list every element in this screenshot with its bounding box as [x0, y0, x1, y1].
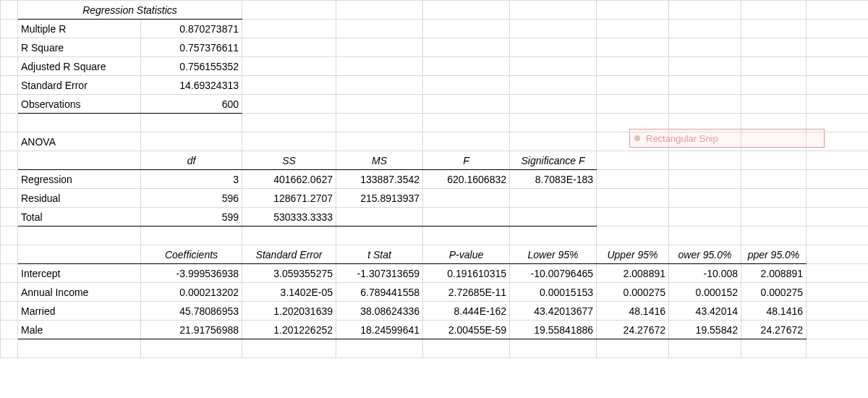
coef-cell: 0.191610315	[423, 264, 510, 283]
coef-header: ower 95.0%	[669, 245, 741, 264]
snip-overlay: Rectangular Snip	[629, 129, 825, 148]
coef-cell: 6.789441558	[336, 283, 423, 302]
coef-cell: 0.000152	[669, 283, 741, 302]
coef-cell: -10.00796465	[510, 264, 597, 283]
regstats-value: 0.870273871	[141, 20, 242, 38]
snip-label: Rectangular Snip	[646, 133, 718, 144]
anova-cell: 215.8913937	[336, 189, 423, 208]
coef-cell: 43.42014	[669, 302, 741, 321]
row-header[interactable]	[1, 283, 18, 302]
anova-cell: 3	[141, 170, 242, 189]
coef-row-label: Annual Income	[18, 283, 141, 302]
coef-cell: 3.059355275	[242, 264, 336, 283]
row-header[interactable]	[1, 245, 18, 264]
anova-cell: 401662.0627	[242, 170, 336, 189]
anova-row-label: Regression	[18, 170, 141, 189]
coef-header: Standard Error	[242, 245, 336, 264]
anova-header-f: F	[423, 151, 510, 170]
coef-cell: 2.008891	[597, 264, 669, 283]
row-header[interactable]	[1, 321, 18, 339]
row-header[interactable]	[1, 264, 18, 283]
coef-header: P-value	[423, 245, 510, 264]
anova-row-label: Residual	[18, 189, 141, 208]
regstats-value: 600	[141, 95, 242, 114]
anova-cell: 596	[141, 189, 242, 208]
regstats-label: Multiple R	[18, 20, 141, 38]
regstats-label: R Square	[18, 38, 141, 57]
regstats-label: Standard Error	[18, 76, 141, 95]
coef-cell: 18.24599641	[336, 321, 423, 339]
row-header[interactable]	[1, 132, 18, 151]
regstats-label: Observations	[18, 95, 141, 114]
regstats-value: 0.756155352	[141, 57, 242, 76]
coef-cell: 38.08624336	[336, 302, 423, 321]
coef-cell: 24.27672	[597, 321, 669, 339]
record-icon	[634, 135, 640, 141]
row-header[interactable]	[1, 208, 18, 226]
coef-row-label: Male	[18, 321, 141, 339]
coef-cell: 0.000275	[597, 283, 669, 302]
anova-header-df: df	[141, 151, 242, 170]
anova-cell: 620.1606832	[423, 170, 510, 189]
row-header[interactable]	[1, 151, 18, 170]
coef-cell: 1.201226252	[242, 321, 336, 339]
row-header[interactable]	[1, 170, 18, 189]
coef-row-label: Intercept	[18, 264, 141, 283]
anova-cell: 8.7083E-183	[510, 170, 597, 189]
anova-header-ss: SS	[242, 151, 336, 170]
row-header[interactable]	[1, 1, 18, 20]
coef-header: Lower 95%	[510, 245, 597, 264]
anova-title: ANOVA	[18, 132, 141, 151]
row-header[interactable]	[1, 189, 18, 208]
row-header[interactable]	[1, 339, 18, 358]
row-header[interactable]	[1, 38, 18, 57]
coef-cell: 2.72685E-11	[423, 283, 510, 302]
coef-header: pper 95.0%	[741, 245, 807, 264]
coef-cell: 45.78086953	[141, 302, 242, 321]
coef-header: t Stat	[336, 245, 423, 264]
row-header[interactable]	[1, 226, 18, 245]
coef-cell: 19.55841886	[510, 321, 597, 339]
coef-cell: 0.000275	[741, 283, 807, 302]
anova-cell: 599	[141, 208, 242, 226]
coef-cell: 2.008891	[741, 264, 807, 283]
anova-header-ms: MS	[336, 151, 423, 170]
regstats-value: 0.757376611	[141, 38, 242, 57]
coef-row-label: Married	[18, 302, 141, 321]
row-header[interactable]	[1, 95, 18, 114]
anova-cell: 133887.3542	[336, 170, 423, 189]
coef-cell: 24.27672	[741, 321, 807, 339]
regstats-value: 14.69324313	[141, 76, 242, 95]
coef-cell: 8.444E-162	[423, 302, 510, 321]
coef-cell: 3.1402E-05	[242, 283, 336, 302]
row-header[interactable]	[1, 302, 18, 321]
regstats-label: Adjusted R Square	[18, 57, 141, 76]
coef-cell: 43.42013677	[510, 302, 597, 321]
regstats-title: Regression Statistics	[18, 1, 242, 20]
coef-cell: 48.1416	[597, 302, 669, 321]
coef-cell: -10.008	[669, 264, 741, 283]
coef-cell: 19.55842	[669, 321, 741, 339]
coef-cell: 21.91756988	[141, 321, 242, 339]
coef-cell: 1.202031639	[242, 302, 336, 321]
spreadsheet-grid[interactable]: Regression Statistics Multiple R 0.87027…	[0, 0, 868, 358]
anova-cell: 530333.3333	[242, 208, 336, 226]
coef-cell: -1.307313659	[336, 264, 423, 283]
anova-header-sigf: Significance F	[510, 151, 597, 170]
row-header[interactable]	[1, 57, 18, 76]
coef-cell: 0.000213202	[141, 283, 242, 302]
anova-row-label: Total	[18, 208, 141, 226]
anova-cell: 128671.2707	[242, 189, 336, 208]
coef-cell: 2.00455E-59	[423, 321, 510, 339]
row-header[interactable]	[1, 114, 18, 132]
coef-header: Coefficients	[141, 245, 242, 264]
coef-header: Upper 95%	[597, 245, 669, 264]
row-header[interactable]	[1, 20, 18, 38]
coef-cell: -3.999536938	[141, 264, 242, 283]
coef-cell: 48.1416	[741, 302, 807, 321]
row-header[interactable]	[1, 76, 18, 95]
coef-cell: 0.00015153	[510, 283, 597, 302]
